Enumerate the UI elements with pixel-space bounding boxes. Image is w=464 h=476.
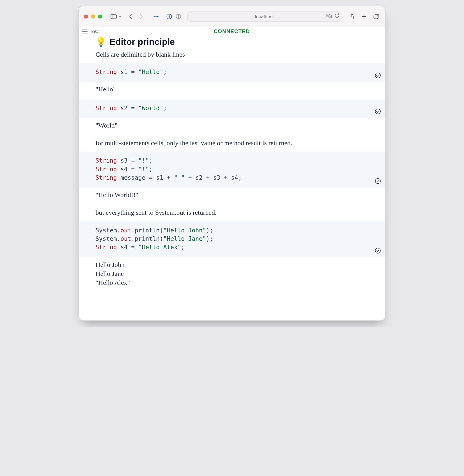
window-minimize-button[interactable]: [91, 15, 95, 19]
cell-output: "World": [79, 118, 385, 135]
svg-point-17: [375, 73, 380, 78]
cell-output: Hello John Hello Jane "Hello Alex": [79, 257, 385, 293]
toc-toggle-button[interactable]: ToC: [82, 29, 98, 34]
prose-block: Cells are delimited by blank lines: [79, 47, 385, 63]
cell-success-icon: [375, 248, 381, 254]
cell-output: "Hello": [79, 82, 385, 99]
code-cell[interactable]: String s2 = "World";: [79, 99, 385, 118]
address-text: localhost: [255, 14, 274, 19]
cell-success-icon: [375, 72, 381, 78]
tab-overview-button[interactable]: [373, 13, 380, 20]
translate-icon[interactable]: [327, 13, 332, 20]
code-cell[interactable]: System.out.println("Hello John"); System…: [79, 221, 385, 257]
svg-point-20: [375, 248, 380, 253]
svg-point-19: [375, 179, 380, 184]
privacy-shield-icon[interactable]: [175, 13, 182, 20]
nav-forward-button[interactable]: [137, 13, 145, 20]
page-content: ToC CONNECTED 💡 Editor principle Cells a…: [79, 27, 385, 320]
prose-block: but everything sent to System.out is ret…: [79, 205, 385, 221]
cell-success-icon: [375, 178, 381, 184]
svg-rect-13: [374, 15, 378, 19]
traffic-lights: [84, 15, 102, 19]
address-bar[interactable]: localhost: [187, 11, 341, 22]
share-button[interactable]: [348, 13, 355, 20]
sidebar-toggle-button[interactable]: [110, 13, 117, 20]
sidebar-menu-chevron[interactable]: [118, 13, 122, 20]
prose-block: for multi-statements cells, only the las…: [79, 135, 385, 152]
window-close-button[interactable]: [84, 15, 88, 19]
browser-window: localhost: [79, 6, 385, 320]
code-cell[interactable]: String s3 = "!"; String s4 = "!"; String…: [79, 152, 385, 188]
svg-point-18: [375, 109, 380, 114]
cell-success-icon: [375, 108, 381, 114]
reload-icon[interactable]: [335, 13, 339, 20]
window-zoom-button[interactable]: [98, 15, 102, 19]
reader-toggle-button[interactable]: [153, 13, 160, 20]
svg-point-4: [157, 16, 159, 17]
page-title: Editor principle: [110, 37, 175, 47]
extension-1password-icon[interactable]: [166, 13, 173, 20]
nav-back-button[interactable]: [127, 13, 135, 20]
code-cell[interactable]: String s1 = "Hello";: [79, 63, 385, 82]
svg-rect-7: [169, 15, 170, 18]
hamburger-icon: [82, 29, 88, 34]
toolbar: localhost: [79, 6, 385, 27]
svg-point-3: [155, 16, 157, 17]
svg-point-2: [154, 16, 155, 17]
new-tab-button[interactable]: [360, 13, 367, 20]
cell-output: "Hello World!!": [79, 188, 385, 205]
svg-rect-0: [111, 14, 116, 19]
connection-status: CONNECTED: [99, 29, 365, 34]
bulb-icon: 💡: [96, 38, 107, 47]
toc-label: ToC: [89, 29, 98, 34]
